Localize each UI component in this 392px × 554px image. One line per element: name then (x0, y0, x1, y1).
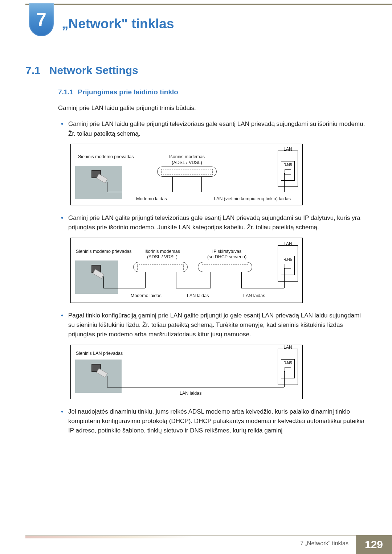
rj45-port-icon (285, 264, 291, 269)
cable (211, 272, 211, 288)
section-number: 7.1 (25, 64, 41, 76)
rj45-port-icon (285, 169, 291, 175)
label-rj45: RJ45 (283, 163, 292, 167)
diagram-modem-router: Sieninis modemo prievadas Išorinis modem… (70, 238, 303, 303)
cable (172, 177, 173, 192)
page-footer: 7 „Network" tinklas 129 (0, 535, 392, 554)
diagram-modem-direct: Sieninis modemo prievadas Išorinis modem… (70, 144, 303, 205)
label-ip-router-sub: (su DHCP serveriu) (207, 254, 246, 259)
cable (201, 177, 202, 192)
cable (176, 272, 176, 288)
label-lan: LAN (278, 344, 298, 351)
bullet-4: Jei naudojatės dinaminiu tinklu, jums re… (58, 407, 367, 436)
subsection-title: Prijungimas prie laidinio tinklo (78, 88, 178, 96)
label-wall-port: Sieninis modemo prievadas (76, 249, 132, 255)
cable (103, 288, 145, 288)
cable (284, 268, 285, 288)
label-lan-cable: LAN laidas (243, 293, 265, 299)
label-wall-port: Sieninis modemo prievadas (78, 154, 134, 160)
lan-port-box: LAN RJ45 (278, 151, 298, 187)
wall-panel (75, 260, 118, 294)
cable (107, 182, 107, 192)
label-ip-router-text: IP skirstytuvas (212, 249, 241, 254)
label-rj45: RJ45 (283, 258, 292, 262)
modem-device (133, 262, 188, 272)
label-wall-lan-port: Sieninis LAN prievadas (76, 351, 123, 357)
label-lan-cable: LAN laidas (187, 293, 209, 299)
rj45-port-icon (285, 367, 291, 372)
bullet-2: Gaminį prie LAN galite prijungti televiz… (58, 213, 367, 233)
cable (201, 192, 284, 192)
label-external-modem: Išorinis modemas (ADSL / VDSL) (165, 154, 209, 165)
subsection-number: 7.1.1 (58, 88, 73, 96)
router-device (198, 262, 252, 272)
intro-text: Gaminį prie LAN laidu galite prijungti t… (58, 103, 367, 113)
lan-port-box: LAN RJ45 (278, 245, 298, 282)
rj45-frame: RJ45 (281, 161, 295, 181)
label-rj45: RJ45 (283, 361, 292, 365)
section-title: Network Settings (49, 64, 138, 76)
cable (241, 272, 242, 288)
chapter-title: „Network" tinklas (62, 4, 367, 32)
page-number-badge: 129 (356, 535, 392, 554)
footer-gradient (25, 536, 192, 538)
rj45-frame: RJ45 (281, 256, 295, 275)
label-adsl-text: (ADSL / VDSL) (147, 254, 177, 259)
bullet-3: Pagal tinklo konfigūraciją gaminį prie L… (58, 311, 367, 340)
label-lan-cable-long: LAN (vietinio kompiuterių tinklo) laidas (212, 196, 292, 202)
bullet-1: Gaminį prie LAN laidu galite prijungti t… (58, 119, 367, 139)
label-lan: LAN (278, 241, 298, 247)
cable (284, 371, 285, 387)
header-rule (25, 4, 392, 5)
cable (145, 272, 146, 288)
subsection-heading: 7.1.1Prijungimas prie laidinio tinklo (58, 88, 367, 96)
chapter-number-tab: 7 (29, 3, 54, 36)
cable (284, 173, 285, 192)
label-external-modem: Išorinis modemas (ADSL / VDSL) (140, 249, 184, 260)
cable (176, 288, 211, 288)
label-adsl-text: (ADSL / VDSL) (172, 160, 202, 165)
chapter-header: 7 „Network" tinklas (25, 0, 367, 32)
label-modem-cable: Modemo laidas (136, 196, 167, 202)
cable (241, 288, 284, 288)
label-ip-router: IP skirstytuvas (su DHCP serveriu) (201, 249, 252, 260)
lan-port-box: LAN RJ45 (278, 349, 298, 385)
wall-panel (75, 360, 122, 393)
label-ext-modem-text: Išorinis modemas (144, 249, 180, 254)
diagram-wall-direct: Sieninis LAN prievadas LAN RJ45 LAN laid… (70, 345, 303, 399)
cable (107, 192, 172, 192)
cable (107, 387, 284, 387)
rj45-frame: RJ45 (281, 359, 295, 379)
modem-device (157, 167, 217, 177)
label-ext-modem-text: Išorinis modemas (169, 154, 205, 159)
label-modem-cable: Modemo laidas (131, 293, 162, 299)
footer-chapter-text: 7 „Network" tinklas (300, 540, 348, 547)
label-lan-cable: LAN laidas (180, 391, 201, 397)
cable (107, 376, 107, 387)
cable (103, 276, 104, 288)
section-heading: 7.1Network Settings (25, 64, 367, 77)
wall-panel (75, 166, 122, 199)
label-lan: LAN (278, 146, 298, 153)
